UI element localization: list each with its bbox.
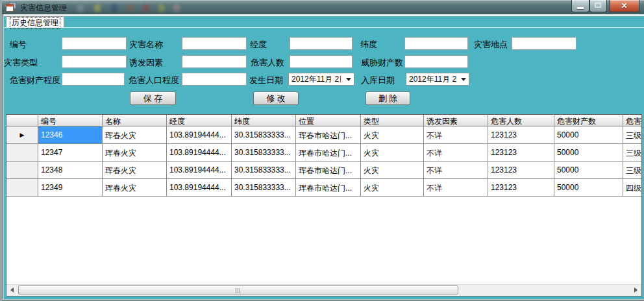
grid-cell[interactable]: 珲春火灾 xyxy=(103,179,167,197)
disaster-name-input[interactable] xyxy=(182,37,247,50)
grid-row-header[interactable] xyxy=(6,162,38,179)
grid-column-header[interactable]: 诱发因素 xyxy=(424,115,488,126)
label-threatened-property: 威胁财产数 xyxy=(361,57,403,69)
minimize-button[interactable] xyxy=(571,0,589,12)
label-trigger-factor: 诱发因素 xyxy=(129,57,163,69)
scroll-right-button[interactable] xyxy=(630,285,641,295)
grid-cell[interactable]: 50000 xyxy=(554,179,623,197)
location-input[interactable] xyxy=(512,37,576,50)
grid-cell[interactable]: 火灾 xyxy=(361,179,424,197)
grid-cell[interactable]: 103.89194444... xyxy=(167,162,232,179)
disaster-data-grid: 编号名称经度纬度位置类型诱发因素危害人数危害财产数危害财产程度 ▶12346珲春… xyxy=(6,114,642,296)
grid-cell[interactable]: 123123 xyxy=(488,126,554,144)
grid-column-header[interactable]: 编号 xyxy=(38,115,103,126)
grid-cell[interactable]: 不详 xyxy=(424,162,488,179)
table-row: 12347珲春火灾103.89194444...30.315833333...珲… xyxy=(6,144,641,162)
threatened-property-input[interactable] xyxy=(404,55,468,68)
grid-cell[interactable]: 103.89194444... xyxy=(167,179,232,197)
tabpage-top-line xyxy=(4,27,644,28)
grid-cell[interactable]: 30.315833333... xyxy=(232,179,296,197)
label-occur-date: 发生日期 xyxy=(249,75,283,86)
grid-cell[interactable]: 四级 xyxy=(623,179,642,197)
grid-column-header[interactable]: 危害人数 xyxy=(488,115,554,126)
chevron-down-icon xyxy=(346,78,351,81)
table-row: 12348珲春火灾103.89194444...30.315833333...珲… xyxy=(6,162,641,179)
grid-cell[interactable]: 103.89194444... xyxy=(167,126,232,144)
close-button[interactable]: ✕ xyxy=(609,0,639,12)
grid-cell[interactable]: 50000 xyxy=(554,162,623,179)
entry-date-dropdown[interactable] xyxy=(458,73,469,85)
grid-row-header[interactable]: ▶ xyxy=(6,126,38,144)
grid-column-header[interactable]: 纬度 xyxy=(232,115,296,126)
trigger-factor-input[interactable] xyxy=(182,55,247,68)
scroll-thumb[interactable] xyxy=(18,285,458,295)
entry-date-value: 2012年11月 2日 xyxy=(409,73,458,85)
grid-cell[interactable]: 火灾 xyxy=(361,162,424,179)
grid-cell[interactable]: 30.315833333... xyxy=(232,162,296,179)
grid-cell[interactable]: 12349 xyxy=(38,179,103,197)
label-entry-date: 入库日期 xyxy=(361,75,395,86)
label-latitude: 纬度 xyxy=(360,39,377,51)
grid-column-header[interactable]: 类型 xyxy=(361,115,424,126)
longitude-input[interactable] xyxy=(290,37,353,50)
grid-cell[interactable]: 103.89194444... xyxy=(167,144,232,162)
h-scrollbar[interactable] xyxy=(6,284,641,296)
grid-column-header[interactable]: 危害财产程度 xyxy=(623,115,642,126)
modify-button[interactable]: 修 改 xyxy=(253,91,299,105)
grid-row-header[interactable] xyxy=(6,179,38,197)
grid-cell[interactable]: 珲春市哈达门... xyxy=(296,126,361,144)
grid-column-header[interactable]: 位置 xyxy=(296,115,361,126)
grid-column-header[interactable]: 经度 xyxy=(167,115,232,126)
occur-date-dropdown[interactable] xyxy=(343,73,354,85)
property-damage-level-input[interactable] xyxy=(62,73,125,86)
latitude-input[interactable] xyxy=(404,37,468,50)
minimize-icon xyxy=(577,7,584,9)
grid-cell[interactable]: 珲春火灾 xyxy=(103,162,167,179)
population-damage-level-input[interactable] xyxy=(182,73,247,86)
window-title: 灾害信息管理 xyxy=(20,3,67,14)
grid-body: ▶12346珲春火灾103.89194444...30.315833333...… xyxy=(6,126,641,197)
grid-select-all-header[interactable] xyxy=(6,115,38,126)
grid-cell[interactable]: 30.315833333... xyxy=(232,144,296,162)
grid-cell[interactable]: 50000 xyxy=(554,126,623,144)
titlebar[interactable]: 灾害信息管理 ✕ xyxy=(2,0,644,15)
grid-cell[interactable]: 123123 xyxy=(488,162,554,179)
grid-column-header[interactable]: 名称 xyxy=(103,115,167,126)
save-button[interactable]: 保 存 xyxy=(130,91,176,105)
entry-date-picker[interactable]: 2012年11月 2日 xyxy=(406,73,469,86)
grid-cell[interactable]: 珲春市哈达门... xyxy=(296,144,361,162)
grid-cell[interactable]: 30.315833333... xyxy=(232,126,296,144)
grid-cell[interactable]: 123123 xyxy=(488,144,554,162)
affected-people-input[interactable] xyxy=(290,55,353,68)
grid-cell[interactable]: 不详 xyxy=(424,144,488,162)
scroll-left-button[interactable] xyxy=(6,285,18,295)
grid-cell[interactable]: 三级 xyxy=(623,162,642,179)
grid-cell[interactable]: 珲春市哈达门... xyxy=(296,179,361,197)
occur-date-picker[interactable]: 2012年11月 2日 xyxy=(288,73,354,86)
tab-history-info[interactable]: 历史信息管理 xyxy=(6,16,64,27)
grid-cell[interactable]: 火灾 xyxy=(361,126,424,144)
maximize-button[interactable] xyxy=(589,0,607,12)
grid-cell[interactable]: 珲春火灾 xyxy=(103,126,167,144)
grid-cell[interactable]: 12347 xyxy=(38,144,103,162)
grid-cell[interactable]: 不详 xyxy=(424,126,488,144)
grid-cell[interactable]: 12346 xyxy=(38,126,103,144)
grid-cell[interactable]: 50000 xyxy=(554,144,623,162)
grid-cell[interactable]: 三级 xyxy=(623,144,642,162)
label-property-damage-level: 危害财产程度 xyxy=(10,75,60,86)
grid-column-header[interactable]: 危害财产数 xyxy=(554,115,623,126)
id-input[interactable] xyxy=(62,37,127,50)
grid-cell[interactable]: 珲春市哈达门... xyxy=(296,162,361,179)
grid-header-row: 编号名称经度纬度位置类型诱发因素危害人数危害财产数危害财产程度 xyxy=(6,115,641,126)
grid-cell[interactable]: 123123 xyxy=(488,179,554,197)
app-window: 灾害信息管理 ✕ 历史信息管理 编号 灾害名称 经度 纬度 灾害地点 灾害类型 … xyxy=(0,0,644,301)
table-row: ▶12346珲春火灾103.89194444...30.315833333...… xyxy=(6,126,641,144)
delete-button[interactable]: 删 除 xyxy=(365,91,410,105)
grid-cell[interactable]: 12348 xyxy=(38,162,103,179)
grid-row-header[interactable] xyxy=(6,144,38,162)
grid-cell[interactable]: 不详 xyxy=(424,179,488,197)
grid-cell[interactable]: 三级 xyxy=(623,126,642,144)
disaster-type-input[interactable] xyxy=(62,55,127,68)
grid-cell[interactable]: 火灾 xyxy=(361,144,424,162)
grid-cell[interactable]: 珲春火灾 xyxy=(103,144,167,162)
